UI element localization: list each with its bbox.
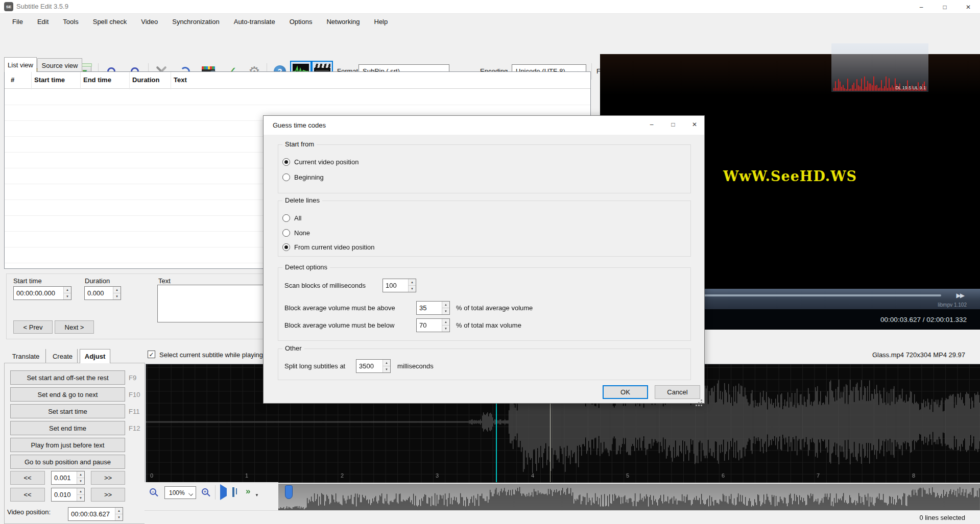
above-volume-label: Block average volume must be above xyxy=(284,304,395,312)
playback-speed-button[interactable]: » xyxy=(246,487,250,495)
tab-source-view[interactable]: Source view xyxy=(37,58,82,72)
spinner-arrows[interactable] xyxy=(77,488,84,501)
prev-button[interactable]: < Prev xyxy=(13,320,53,334)
zoom-in-button[interactable]: + xyxy=(202,488,208,495)
col-start-time[interactable]: Start time xyxy=(34,76,65,84)
menu-synchronization[interactable]: Synchronization xyxy=(165,14,227,30)
radio-current-video-position[interactable]: Current video position xyxy=(282,156,358,167)
waveform-zoom-select[interactable]: 100% xyxy=(164,486,196,499)
spinner-arrows[interactable] xyxy=(442,319,449,332)
menu-options[interactable]: Options xyxy=(282,14,320,30)
spinner-arrows[interactable] xyxy=(115,508,123,520)
menu-spell-check[interactable]: Spell check xyxy=(86,14,134,30)
minimize-button[interactable]: – xyxy=(910,0,933,14)
nudge-back-large-button[interactable]: << xyxy=(10,488,45,502)
duration-spinner[interactable]: 0.000 xyxy=(84,286,121,300)
menu-edit[interactable]: Edit xyxy=(30,14,56,30)
cancel-button[interactable]: Cancel xyxy=(655,385,700,399)
set-start-offset-rest-button[interactable]: Set start and off-set the rest xyxy=(10,370,125,385)
split-long-spinner[interactable]: 3500 xyxy=(356,359,391,373)
menu-auto-translate[interactable]: Auto-translate xyxy=(227,14,282,30)
split-long-value: 3500 xyxy=(356,360,383,372)
spinner-arrows[interactable] xyxy=(383,360,390,372)
radio-all[interactable]: All xyxy=(282,212,301,223)
duration-label: Duration xyxy=(85,277,110,285)
video-position-spinner[interactable]: 00:00:03.627 xyxy=(68,507,123,521)
menu-file[interactable]: File xyxy=(5,14,30,30)
zoom-out-button[interactable]: − xyxy=(150,488,156,495)
waveform-overview-strip[interactable] xyxy=(278,484,980,510)
duration-value: 0.000 xyxy=(85,287,113,300)
video-position-value: 00:00:03.627 xyxy=(68,508,115,520)
nudge-fwd-large-button[interactable]: >> xyxy=(91,488,125,502)
close-button[interactable]: ✕ xyxy=(957,0,980,14)
spinner-arrows[interactable] xyxy=(113,287,121,300)
speed-dropdown-button[interactable]: ▼ xyxy=(255,490,259,498)
overview-position-marker[interactable] xyxy=(285,485,293,499)
dialog-maximize-button[interactable]: □ xyxy=(662,116,684,133)
select-current-checkbox[interactable]: ✓ xyxy=(148,351,155,358)
spinner-arrows[interactable] xyxy=(408,279,416,292)
nudge-back-small-button[interactable]: << xyxy=(10,471,45,485)
dialog-resize-grip[interactable] xyxy=(701,400,702,401)
set-start-time-button[interactable]: Set start time xyxy=(10,404,125,418)
dialog-minimize-button[interactable]: – xyxy=(641,116,662,133)
radio-from-current-video-position[interactable]: From current video position xyxy=(282,241,375,253)
detect-options-label: Detect options xyxy=(282,263,330,271)
radio-beginning[interactable]: Beginning xyxy=(282,171,324,183)
player-engine-label: libmpv 1.102 xyxy=(938,302,967,308)
menu-video[interactable]: Video xyxy=(134,14,165,30)
delete-lines-label: Delete lines xyxy=(282,196,322,204)
col-text[interactable]: Text xyxy=(174,76,187,84)
fast-forward-icon[interactable]: ▶▶ xyxy=(957,292,964,299)
play-before-text-button[interactable]: Play from just before text xyxy=(10,438,125,452)
split-pane-icon xyxy=(232,487,234,497)
go-to-sub-pause-button[interactable]: Go to sub position and pause xyxy=(10,455,125,469)
f12-key-label: F12 xyxy=(129,425,144,432)
above-volume-spinner[interactable]: 35 xyxy=(416,301,450,315)
nudge-large-spinner[interactable]: 0.010 xyxy=(51,488,85,502)
col-end-time[interactable]: End time xyxy=(83,76,111,84)
below-volume-spinner[interactable]: 70 xyxy=(416,318,450,332)
tab-create[interactable]: Create xyxy=(48,349,78,363)
tab-label: Source view xyxy=(42,62,78,69)
split-view-button[interactable] xyxy=(232,488,234,496)
radio-none[interactable]: None xyxy=(282,227,310,238)
maximize-button[interactable]: □ xyxy=(933,0,957,14)
dialog-title-bar[interactable]: Guess time codes xyxy=(264,116,704,135)
tab-adjust[interactable]: Adjust xyxy=(80,349,110,363)
dialog-close-button[interactable]: ✕ xyxy=(684,116,705,133)
ok-button[interactable]: OK xyxy=(603,385,648,399)
nudge-fwd-small-button[interactable]: >> xyxy=(91,471,125,485)
start-time-spinner[interactable]: 00:00:00.000 xyxy=(13,286,71,300)
next-button[interactable]: Next > xyxy=(55,320,94,334)
menu-help[interactable]: Help xyxy=(367,14,395,30)
network-speed-text: DL 19.5 UL 9.1 xyxy=(895,85,926,90)
scan-blocks-spinner[interactable]: 100 xyxy=(383,279,416,292)
radio-icon xyxy=(282,214,290,222)
app-icon: SE xyxy=(4,2,13,11)
nudge-small-spinner[interactable]: 0.001 xyxy=(51,471,85,485)
scan-blocks-value: 100 xyxy=(383,279,408,292)
start-time-label: Start time xyxy=(13,277,42,285)
timeline-5: 5 xyxy=(626,472,629,479)
play-button[interactable] xyxy=(220,488,227,496)
network-monitor-overlay: DL 19.5 UL 9.1 xyxy=(831,43,928,92)
set-end-time-button[interactable]: Set end time xyxy=(10,421,125,435)
menu-networking[interactable]: Networking xyxy=(319,14,367,30)
text-label: Text xyxy=(158,277,171,285)
set-end-go-next-button[interactable]: Set end & go to next xyxy=(10,387,125,402)
below-volume-suffix: % of total max volume xyxy=(456,321,521,329)
col-duration[interactable]: Duration xyxy=(132,76,159,84)
detect-options-group: Detect options Scan blocks of millisecon… xyxy=(278,267,691,341)
spinner-arrows[interactable] xyxy=(63,287,71,300)
spinner-arrows[interactable] xyxy=(77,471,84,484)
col-number[interactable]: # xyxy=(11,76,14,84)
tab-label: Create xyxy=(53,353,73,360)
f9-key-label: F9 xyxy=(129,374,144,382)
menu-tools[interactable]: Tools xyxy=(56,14,85,30)
radio-label: None xyxy=(294,229,310,237)
spinner-arrows[interactable] xyxy=(442,302,449,314)
tab-list-view[interactable]: List view xyxy=(4,57,37,72)
tab-translate[interactable]: Translate xyxy=(6,349,46,363)
